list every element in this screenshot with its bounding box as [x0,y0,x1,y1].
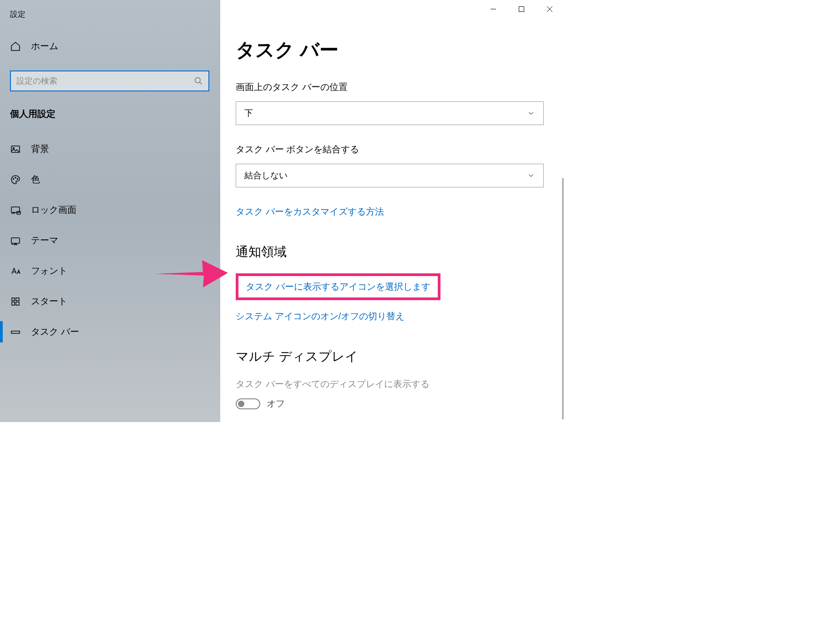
svg-point-0 [195,78,201,83]
svg-rect-9 [12,298,15,301]
multi-display-toggle-row: オフ [236,397,546,410]
svg-point-4 [15,177,16,178]
maximize-button[interactable] [507,0,536,18]
system-icons-link[interactable]: システム アイコンのオン/オフの切り替え [236,310,405,322]
nav-item-fonts[interactable]: フォント [0,256,220,286]
home-label: ホーム [31,40,58,52]
highlight-annotation: タスク バーに表示するアイコンを選択します [236,273,440,300]
nav-item-taskbar[interactable]: タスク バー [0,317,220,347]
position-label: 画面上のタスク バーの位置 [236,81,546,93]
close-icon [547,6,553,12]
nav-item-themes[interactable]: テーマ [0,225,220,256]
search-box[interactable] [10,70,209,91]
svg-rect-11 [12,302,15,305]
multi-display-toggle[interactable] [236,398,260,409]
svg-rect-8 [11,238,20,243]
multi-display-heading: マルチ ディスプレイ [236,348,546,365]
nav-item-colors[interactable]: 色 [0,164,220,195]
svg-rect-13 [11,331,20,333]
main-content: タスク バー 画面上のタスク バーの位置 下 タスク バー ボタンを結合する 結… [236,37,546,422]
chevron-down-icon [527,171,535,180]
nav-label: タスク バー [31,326,79,338]
nav-item-background[interactable]: 背景 [0,134,220,164]
svg-rect-12 [16,302,19,305]
nav-list: 背景 色 ロック画面 テーマ フォント スタート タスク バー [0,134,220,347]
titlebar-controls [479,0,564,18]
sidebar: 設定 ホーム 個人用設定 背景 色 ロック画面 テーマ [0,0,220,422]
section-label: 個人用設定 [10,108,56,120]
nav-label: フォント [31,265,67,277]
palette-icon [10,174,21,185]
start-icon [10,296,21,307]
close-button[interactable] [536,0,564,18]
combine-value: 結合しない [244,170,288,181]
search-input[interactable] [16,76,194,86]
position-dropdown[interactable]: 下 [236,101,544,125]
home-icon [10,41,21,52]
nav-item-lockscreen[interactable]: ロック画面 [0,195,220,225]
svg-rect-10 [16,298,19,301]
image-icon [10,144,21,155]
notification-heading: 通知領域 [236,243,546,261]
customize-link[interactable]: タスク バーをカスタマイズする方法 [236,206,384,218]
combine-label: タスク バー ボタンを結合する [236,143,546,156]
page-title: タスク バー [236,37,546,63]
font-icon [10,266,21,277]
select-icons-link[interactable]: タスク バーに表示するアイコンを選択します [246,281,430,293]
svg-rect-7 [17,211,20,214]
toggle-knob [238,401,244,407]
maximize-icon [518,6,525,12]
minimize-button[interactable] [479,0,507,18]
svg-point-5 [17,178,18,179]
chevron-down-icon [527,109,535,117]
position-value: 下 [244,107,253,119]
nav-label: スタート [31,295,67,307]
nav-label: ロック画面 [31,204,76,216]
home-nav-item[interactable]: ホーム [10,40,58,52]
theme-icon [10,235,21,246]
minimize-icon [490,6,496,12]
combine-dropdown[interactable]: 結合しない [236,164,544,187]
nav-item-start[interactable]: スタート [0,286,220,317]
svg-rect-14 [519,7,524,12]
nav-label: 背景 [31,143,49,155]
search-icon [194,76,203,86]
toggle-state: オフ [267,397,285,410]
scrollbar[interactable] [562,178,564,419]
svg-point-3 [13,178,14,179]
nav-label: テーマ [31,234,58,247]
nav-label: 色 [31,173,40,186]
lock-screen-icon [10,205,21,216]
multi-display-label: タスク バーをすべてのディスプレイに表示する [236,378,546,390]
taskbar-icon [10,327,21,337]
app-title: 設定 [10,9,25,20]
